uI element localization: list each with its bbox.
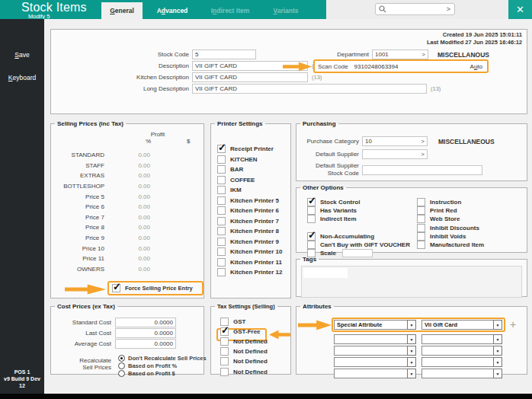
last-cost-field[interactable]: 0.0000 [115, 328, 176, 338]
tab-advanced[interactable]: Advanced [148, 2, 197, 19]
chevron-down-icon[interactable]: ▼ [493, 369, 502, 378]
long-description-field[interactable]: VII GIFT CARD [192, 84, 427, 94]
keyboard-button[interactable]: Keyboard [0, 74, 44, 81]
option-checkbox[interactable] [417, 206, 425, 215]
price-value[interactable]: 0.00 [104, 152, 150, 158]
search-go-button[interactable]: > [446, 5, 451, 13]
department-label: Department [304, 51, 369, 58]
tab-variants[interactable]: Variants [264, 2, 308, 19]
printer-checkbox[interactable] [217, 227, 226, 235]
kitchen-description-field[interactable]: VII GIFT CARD [192, 72, 308, 82]
chevron-down-icon[interactable]: ▼ [407, 346, 416, 356]
attribute-value-dropdown[interactable]: ▼ [421, 369, 502, 378]
add-attribute-button[interactable]: + [510, 318, 516, 330]
printer-checkbox[interactable] [217, 186, 226, 194]
price-value[interactable]: 0.00 [104, 162, 150, 169]
printer-checkbox[interactable] [217, 206, 226, 215]
tax-checkbox[interactable] [220, 327, 229, 336]
tax-checkbox[interactable] [220, 347, 229, 356]
tab-indirect-item[interactable]: Indirect Item [201, 2, 259, 19]
printer-checkbox[interactable] [217, 176, 226, 184]
price-value[interactable]: 0.00 [104, 183, 150, 190]
price-value[interactable]: 0.00 [104, 203, 150, 210]
printer-checkbox[interactable] [217, 258, 226, 267]
stock-code-field[interactable]: 5 [192, 49, 256, 59]
option-checkbox[interactable] [417, 241, 425, 249]
profit-header: Profit [141, 131, 175, 138]
close-button[interactable]: ✕ [508, 0, 532, 19]
price-value[interactable]: 0.00 [104, 245, 150, 252]
printer-checkbox[interactable] [217, 217, 226, 225]
chevron-down-icon[interactable]: ▼ [407, 334, 416, 344]
recalc-radio-profit-percent[interactable] [118, 362, 125, 369]
save-button[interactable]: Save [0, 51, 44, 59]
option-checkbox[interactable] [307, 241, 316, 249]
default-supplier-field[interactable]: > [362, 149, 428, 159]
option-checkbox[interactable] [417, 232, 425, 241]
chevron-down-icon[interactable]: ▼ [407, 320, 416, 330]
average-cost-field[interactable]: 0.0000 [115, 339, 176, 349]
scan-code-field[interactable]: 9310248063394 [354, 63, 470, 70]
price-value[interactable]: 0.00 [104, 235, 150, 241]
option-checkbox[interactable] [417, 215, 425, 223]
option-row: Inhibit Voids [417, 232, 484, 241]
search-box: > [375, 3, 455, 15]
default-supplier-lookup-chevron[interactable]: > [418, 151, 425, 158]
tax-row: Not Defined [220, 366, 268, 376]
chevron-down-icon[interactable]: ▼ [493, 346, 502, 356]
attribute-type-dropdown[interactable]: ▼ [334, 369, 416, 378]
attribute-type-dropdown[interactable]: ▼ [334, 346, 416, 356]
option-checkbox[interactable] [307, 215, 316, 223]
attribute-value-dropdown[interactable]: ▼ [421, 346, 502, 356]
tax-checkbox[interactable] [220, 337, 229, 346]
force-selling-price-checkbox[interactable] [112, 284, 120, 292]
price-value[interactable]: 0.00 [104, 214, 150, 221]
department-field[interactable]: 1001 > [372, 49, 428, 59]
chevron-down-icon[interactable]: ▼ [493, 357, 502, 367]
printer-checkbox[interactable] [217, 145, 226, 153]
recalc-radio-profit-dollar[interactable] [118, 370, 125, 377]
option-checkbox[interactable] [417, 198, 425, 206]
price-value[interactable]: 0.00 [104, 255, 150, 262]
price-value[interactable]: 0.00 [104, 224, 150, 231]
option-checkbox[interactable] [307, 232, 316, 241]
purchase-category-field[interactable]: 10 > [362, 136, 428, 146]
scan-code-auto-button[interactable]: Auto [470, 63, 482, 70]
purchase-category-lookup-chevron[interactable]: > [418, 138, 425, 145]
option-row: Can't Buy with GIFT VOUCHER [307, 241, 410, 249]
price-value[interactable]: 0.00 [104, 266, 150, 273]
chevron-down-icon[interactable]: ▼ [493, 320, 502, 330]
option-checkbox[interactable] [417, 224, 425, 232]
chevron-down-icon[interactable]: ▼ [407, 369, 416, 378]
printer-checkbox[interactable] [217, 165, 226, 174]
department-lookup-chevron[interactable]: > [419, 51, 425, 58]
tag-input[interactable] [303, 268, 348, 278]
attribute-type-dropdown[interactable]: Special Attribute▼ [334, 320, 416, 330]
tab-general[interactable]: General [101, 2, 143, 19]
default-supplier-stock-code-field[interactable] [362, 165, 482, 175]
chevron-down-icon[interactable]: ▼ [407, 357, 416, 367]
printer-checkbox[interactable] [217, 196, 226, 205]
standard-cost-field[interactable]: 0.0000 [115, 318, 176, 327]
chevron-down-icon[interactable]: ▼ [493, 334, 502, 344]
printer-checkbox[interactable] [217, 247, 226, 256]
attribute-value-dropdown[interactable]: ▼ [421, 357, 502, 367]
printer-row: BAR [211, 164, 290, 175]
default-supplier-stock-code-label: Default Supplier [296, 162, 359, 169]
tax-checkbox[interactable] [220, 368, 229, 376]
price-value[interactable]: 0.00 [104, 193, 150, 200]
recalc-radio-none[interactable] [118, 355, 125, 362]
attribute-type-dropdown[interactable]: ▼ [334, 357, 416, 367]
option-checkbox[interactable] [307, 206, 316, 215]
attribute-value-dropdown[interactable]: Vii Gift Card▼ [421, 320, 502, 330]
option-checkbox[interactable] [307, 198, 316, 206]
attribute-value-dropdown[interactable]: ▼ [421, 334, 502, 344]
printer-checkbox[interactable] [217, 155, 226, 164]
printer-checkbox[interactable] [217, 268, 226, 276]
price-value[interactable]: 0.00 [104, 172, 150, 179]
tax-checkbox[interactable] [220, 357, 229, 365]
printer-checkbox[interactable] [217, 238, 226, 246]
search-input[interactable] [389, 6, 446, 13]
recalculate-label2: Sell Prices [51, 364, 111, 371]
attribute-type-dropdown[interactable]: ▼ [334, 334, 416, 344]
